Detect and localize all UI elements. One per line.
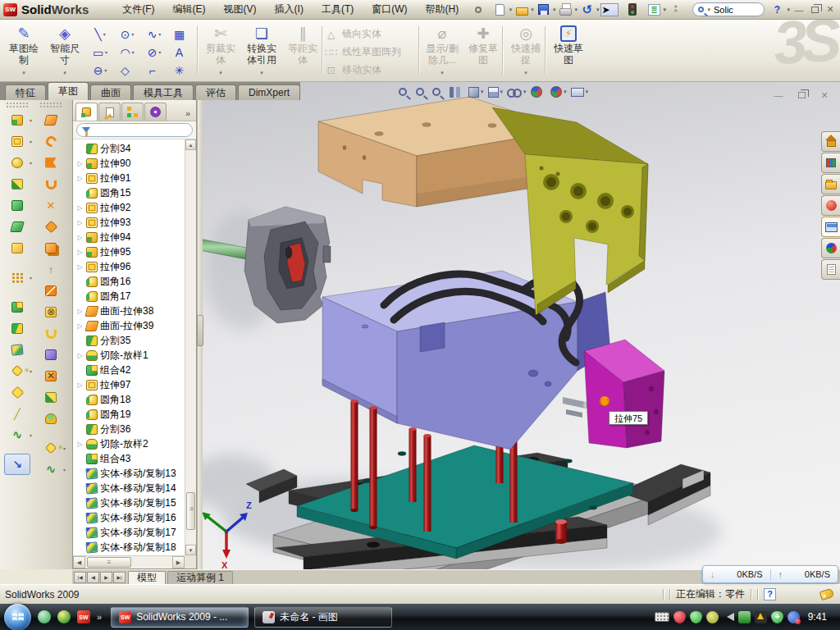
spline-icon[interactable]: ∿▾ [141, 25, 168, 43]
scroll-up-icon[interactable]: ▲ [185, 139, 196, 150]
dimxpertmanager-tab[interactable] [144, 103, 167, 121]
search-results-tab[interactable] [821, 195, 840, 216]
circle-icon[interactable]: ⊙▾ [114, 25, 141, 43]
display-style-icon[interactable]: ▾ [488, 87, 504, 98]
model-tab[interactable]: 运动算例 1 [167, 571, 233, 584]
dropdown-arrow-icon[interactable]: ▾ [509, 7, 513, 13]
display-delete-relations-button[interactable]: ⌀ 显示/删除几...▾ [423, 24, 461, 76]
trim-surface-icon[interactable]: ▾ [36, 280, 66, 301]
tab-nav-button[interactable]: |◀ [74, 572, 86, 583]
view-palette-tab[interactable] [821, 217, 840, 237]
menu-item[interactable]: 视图(V) [215, 0, 266, 19]
chevron-down-icon[interactable]: ▾ [707, 7, 710, 13]
save-icon[interactable] [536, 2, 552, 17]
tree-item[interactable]: ▷ 拉伸90 [75, 156, 185, 171]
swept-boss-icon[interactable]: ▾ [2, 173, 32, 194]
quick-snaps-button[interactable]: ◎ 快速捕捉▾ [507, 24, 545, 76]
dropdown-arrow-icon[interactable]: ▾ [531, 7, 534, 13]
quick-tips-help-button[interactable]: ? [764, 588, 776, 600]
appearances-scenes-tab[interactable] [821, 238, 840, 258]
curve-icon[interactable]: ∿▾ [36, 459, 66, 480]
hide-show-items-icon[interactable]: ▾ [507, 89, 527, 96]
configurationmanager-tab[interactable] [121, 103, 144, 121]
propertymanager-tab[interactable] [98, 103, 121, 121]
command-tab[interactable]: 评估 [195, 84, 236, 100]
help-button[interactable]: ? [769, 2, 785, 17]
expand-arrow-icon[interactable]: ▷ [76, 249, 84, 256]
revolved-surface-icon[interactable]: ▾ [36, 130, 66, 152]
antivirus-tray-icon[interactable] [690, 611, 702, 623]
fillet-icon[interactable]: ▾ [2, 152, 32, 173]
zoom-area-icon[interactable]: ▾ [416, 88, 429, 96]
scrollbar-thumb[interactable]: ≡ [87, 557, 131, 568]
help-dropdown-icon[interactable]: ▾ [787, 7, 790, 13]
expand-arrow-icon[interactable]: ▷ [76, 441, 84, 448]
menu-item[interactable]: 帮助(H) [417, 0, 468, 19]
combine-icon[interactable]: ▾ [2, 296, 32, 317]
design-library-tab[interactable] [821, 153, 840, 173]
tree-item[interactable]: ▷ 分割35 [75, 333, 185, 348]
boundary-surface-icon[interactable]: ▾ [36, 173, 66, 194]
sketch-button[interactable]: ✎ 草图绘制▾ [5, 24, 43, 76]
tree-item[interactable]: ▷ 圆角16 [75, 274, 185, 289]
rectangle-icon[interactable]: ▭▾ [87, 43, 114, 61]
tab-nav-button[interactable]: ▶| [113, 572, 126, 583]
untrim-surface-icon[interactable]: ⊗▾ [36, 301, 66, 322]
extruded-boss-icon[interactable]: ▾ [2, 109, 32, 130]
menu-item[interactable]: 编辑(E) [164, 0, 215, 19]
tags-icon[interactable] [819, 588, 835, 600]
command-tab[interactable]: 曲面 [90, 84, 131, 100]
linear-sketch-pattern-button[interactable]: ∷∷线性草图阵列 [325, 45, 401, 59]
command-tab[interactable]: 特征 [5, 84, 46, 100]
solidworks-quicklaunch-icon[interactable]: SW [77, 610, 90, 623]
mirror-entities-button[interactable]: △镜向实体 [325, 27, 401, 41]
splitter-grip[interactable] [197, 315, 203, 346]
offset-surface-icon[interactable]: ▾ [36, 237, 66, 258]
lofted-surface-icon[interactable]: ▾ [36, 152, 66, 173]
featuremanager-tab[interactable] [75, 103, 98, 121]
scrollbar-thumb[interactable] [186, 492, 195, 530]
scroll-right-icon[interactable]: ▶ [172, 556, 185, 568]
menu-item[interactable]: 文件(F) [113, 0, 163, 19]
tree-item[interactable]: ▷ 圆角19 [75, 407, 185, 422]
traffic-light-icon[interactable] [624, 2, 641, 17]
replace-face-icon[interactable]: ▾ [36, 386, 66, 408]
tree-item[interactable]: ▷ 实体-移动/复制14 [75, 481, 185, 495]
extruded-cut-icon[interactable]: ▾ [2, 130, 32, 152]
open-icon[interactable] [514, 2, 530, 17]
linear-pattern-icon[interactable]: ▾ [2, 267, 32, 288]
taskbar-clock[interactable]: 9:41 [804, 611, 834, 623]
search-input[interactable]: ▾ Solic [692, 2, 765, 16]
solidworks-resources-tab[interactable] [821, 131, 840, 152]
tree-item[interactable]: ▷ 分割34 [75, 141, 185, 156]
tree-item[interactable]: ▷ 圆角17 [75, 289, 185, 304]
start-button[interactable] [4, 604, 31, 630]
delete-face-icon[interactable]: ✕▾ [36, 365, 66, 386]
menu-item[interactable]: 窗口(W) [363, 0, 416, 19]
messenger-quicklaunch-icon[interactable] [38, 610, 51, 623]
expand-arrow-icon[interactable]: ▷ [76, 219, 84, 226]
command-tab[interactable]: 草图 [48, 82, 89, 100]
reference-point-icon[interactable]: ▾ [36, 437, 66, 459]
dome-icon[interactable]: ▾ [36, 408, 66, 429]
scroll-down-icon[interactable]: ▼ [185, 545, 196, 555]
move-entities-button[interactable]: ⊡移动实体 [325, 63, 401, 77]
security-alert-tray-icon[interactable] [673, 611, 686, 623]
menu-item[interactable]: 插入(I) [266, 0, 313, 19]
convert-entities-button[interactable]: ❏ 转换实体引用▾ [243, 24, 281, 76]
apply-scene-icon[interactable]: ▾ [550, 86, 567, 98]
repair-sketch-button[interactable]: ✚ 修复草图 [464, 24, 502, 76]
graphics-area[interactable]: Y Z X ▾▾▾▾▾▾▾▾▾▾ — ✕ 拉伸75 [197, 82, 840, 569]
filled-surface-icon[interactable]: ✕▾ [36, 194, 66, 216]
doc-minimize-button[interactable]: — [771, 89, 786, 102]
panel-splitter[interactable] [197, 100, 203, 569]
tree-horizontal-scrollbar[interactable]: ◀ ≡ ▶ [73, 555, 185, 568]
messenger-tray-icon[interactable] [788, 611, 800, 623]
line-icon[interactable]: ╲▾ [87, 25, 114, 43]
sphere-quicklaunch-icon[interactable] [57, 610, 71, 623]
tree-filter-input[interactable] [76, 123, 193, 137]
tree-item[interactable]: ▷ 实体-移动/复制17 [75, 525, 185, 540]
previous-view-icon[interactable]: ▾ [432, 88, 445, 96]
volume-tray-icon[interactable] [723, 613, 734, 621]
tree-item[interactable]: ▷ 拉伸95 [75, 244, 185, 259]
